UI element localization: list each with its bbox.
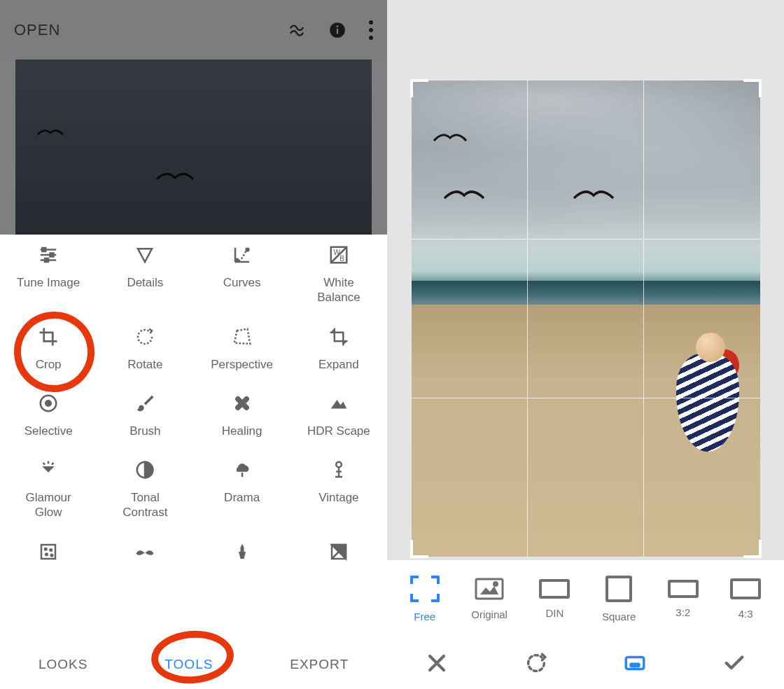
bird-icon	[433, 130, 468, 149]
aspect-square[interactable]: Square	[602, 576, 636, 622]
rotate-icon	[134, 326, 155, 347]
svg-point-29	[637, 664, 640, 667]
aspect-label: 4:3	[738, 608, 753, 620]
tool-curves[interactable]: Curves	[197, 244, 288, 305]
crop-handle-tl[interactable]	[410, 79, 428, 97]
tool-grainy-film[interactable]	[3, 541, 94, 562]
tool-retrolux[interactable]	[99, 541, 190, 562]
aspect-label: DIN	[545, 607, 564, 619]
bird-icon	[155, 168, 195, 189]
app-header: OPEN	[0, 0, 387, 60]
details-icon	[134, 244, 155, 265]
tab-tools[interactable]: TOOLS	[164, 657, 213, 672]
crop-handle-bl[interactable]	[410, 540, 428, 558]
layers-icon[interactable]	[288, 21, 306, 39]
crop-screen: Free Original DIN Square 3:2 4:3	[387, 0, 784, 689]
tool-label: Expand	[318, 357, 359, 372]
info-icon[interactable]	[328, 21, 346, 39]
sliders-icon	[38, 244, 59, 265]
grain-icon	[38, 541, 59, 562]
aspect-4-3[interactable]: 4:3	[730, 578, 761, 620]
tool-selective[interactable]: Selective	[3, 393, 94, 438]
open-button[interactable]: OPEN	[14, 21, 60, 39]
tonal-icon	[134, 459, 155, 480]
svg-point-12	[46, 401, 51, 406]
tool-label: Glamour Glow	[26, 490, 71, 520]
bird-icon	[573, 186, 615, 208]
din-aspect-icon	[539, 579, 570, 599]
mustache-icon	[134, 541, 155, 562]
aspect-label: Original	[471, 608, 507, 620]
tool-tune-image[interactable]: Tune Image	[3, 244, 94, 305]
aspect-label: Square	[602, 611, 636, 622]
tool-label: Drama	[224, 490, 260, 505]
original-aspect-icon	[475, 578, 504, 600]
tool-hdr-scape[interactable]: HDR Scape	[293, 393, 384, 438]
aspect-din[interactable]: DIN	[539, 579, 570, 619]
selective-icon	[38, 393, 59, 414]
bw-icon	[328, 541, 349, 562]
crop-handle-tr[interactable]	[743, 79, 762, 97]
crop-frame[interactable]	[412, 81, 760, 557]
tab-looks[interactable]: LOOKS	[38, 657, 88, 672]
square-aspect-icon	[606, 576, 632, 602]
ratio-4-3-icon	[730, 578, 761, 599]
vintage-icon	[328, 459, 349, 480]
tool-white-balance[interactable]: WB White Balance	[293, 244, 384, 305]
svg-rect-16	[241, 473, 243, 477]
white-balance-icon: WB	[328, 244, 349, 265]
tool-black-white[interactable]	[293, 541, 384, 562]
cancel-button[interactable]	[425, 651, 449, 675]
tool-details[interactable]: Details	[99, 244, 190, 305]
tool-healing[interactable]: Healing	[197, 393, 288, 438]
ratio-3-2-icon	[668, 580, 699, 598]
aspect-3-2[interactable]: 3:2	[668, 580, 699, 618]
svg-rect-24	[476, 579, 503, 599]
tool-label: Tune Image	[17, 275, 80, 290]
tab-export[interactable]: EXPORT	[290, 657, 349, 672]
photo-preview	[15, 60, 372, 235]
tool-label: Details	[127, 275, 163, 290]
tool-expand[interactable]: Expand	[293, 326, 384, 372]
tool-label: Perspective	[211, 357, 273, 372]
aspect-label: Free	[414, 611, 435, 622]
tool-crop[interactable]: Crop	[3, 326, 94, 372]
tool-tonal-contrast[interactable]: Tonal Contrast	[99, 459, 190, 520]
rotate-button[interactable]	[524, 651, 548, 675]
tool-vintage[interactable]: Vintage	[293, 459, 384, 520]
crop-gridline	[412, 239, 760, 239]
svg-rect-3	[42, 248, 46, 251]
svg-point-6	[235, 259, 238, 262]
aspect-original[interactable]: Original	[471, 578, 507, 620]
tools-drawer-screen: OPEN Tune Image Details	[0, 0, 387, 689]
aspect-ratio-row: Free Original DIN Square 3:2 4:3	[387, 560, 784, 637]
crop-gridline	[412, 398, 760, 398]
aspect-toggle-button[interactable]	[623, 651, 647, 675]
crop-handle-br[interactable]	[743, 540, 762, 558]
crop-gridline	[527, 81, 528, 557]
svg-rect-1	[337, 28, 338, 34]
tool-perspective[interactable]: Perspective	[197, 326, 288, 372]
curves-icon	[232, 244, 253, 265]
tool-brush[interactable]: Brush	[99, 393, 190, 438]
tool-drama[interactable]: Drama	[197, 459, 288, 520]
free-aspect-icon	[410, 576, 440, 602]
tool-rotate[interactable]: Rotate	[99, 326, 190, 372]
tool-label: Selective	[24, 424, 73, 438]
svg-point-17	[336, 462, 342, 468]
guitar-icon	[232, 541, 253, 562]
tool-label: Healing	[222, 424, 262, 438]
confirm-button[interactable]	[722, 651, 746, 675]
svg-text:B: B	[340, 255, 344, 263]
aspect-label: 3:2	[676, 606, 690, 618]
bird-icon	[36, 126, 64, 143]
aspect-free[interactable]: Free	[410, 576, 440, 622]
overflow-menu-icon[interactable]	[369, 20, 373, 40]
crop-area[interactable]	[387, 0, 784, 560]
svg-rect-4	[50, 253, 54, 257]
crop-icon	[38, 326, 59, 347]
tool-grunge[interactable]	[197, 541, 288, 562]
svg-rect-18	[41, 545, 55, 559]
tool-glamour-glow[interactable]: Glamour Glow	[3, 459, 94, 520]
tool-label: Tonal Contrast	[122, 490, 167, 520]
